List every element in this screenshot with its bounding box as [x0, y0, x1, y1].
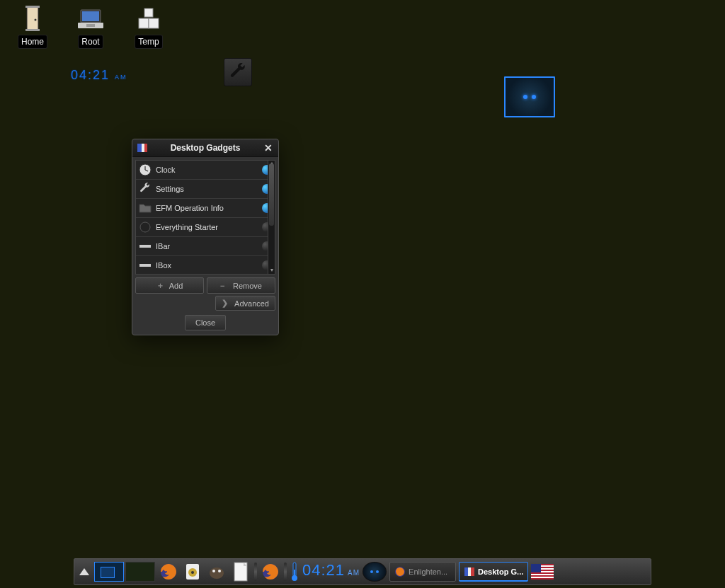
taskbar-thermometer-gadget[interactable] — [290, 561, 299, 582]
gadget-item-label: EFM Operation Info — [156, 204, 258, 212]
svg-rect-31 — [464, 567, 468, 576]
taskbar-task-enlightenment[interactable]: Enlighten... — [389, 562, 456, 582]
scroll-down-arrow[interactable]: ▾ — [268, 267, 275, 274]
taskbar-document-icon[interactable] — [230, 561, 251, 582]
svg-rect-8 — [144, 8, 153, 17]
svg-rect-38 — [531, 574, 554, 575]
taskbar-clock-time: 04:21 — [302, 561, 345, 580]
add-button[interactable]: ＋ Add — [135, 277, 204, 294]
desktop-icon-root[interactable]: Root — [62, 6, 119, 48]
advanced-button[interactable]: ❯ Advanced — [215, 296, 275, 311]
desktop-icon-label: Temp — [135, 35, 161, 48]
gadget-item-clock[interactable]: Clock — [136, 161, 275, 180]
taskbar-eyes-gadget[interactable] — [362, 562, 387, 582]
svg-point-22 — [210, 567, 224, 579]
desktop-settings-gadget[interactable] — [224, 58, 252, 86]
gadget-item-label: Settings — [156, 185, 258, 193]
app-icon — [464, 567, 475, 577]
svg-rect-40 — [531, 564, 541, 572]
taskbar-keyboard-layout-flag[interactable] — [531, 564, 554, 580]
svg-rect-0 — [27, 7, 38, 30]
dialog-title: Desktop Gadgets — [148, 143, 263, 153]
taskbar-clock-ampm: AM — [348, 569, 360, 577]
desktop-icon-label: Root — [79, 35, 102, 48]
close-button-label: Close — [195, 318, 215, 327]
svg-rect-13 — [144, 144, 147, 152]
svg-rect-33 — [471, 567, 474, 576]
minus-icon: − — [220, 282, 229, 290]
gadget-item-everything[interactable]: Everything Starter — [136, 218, 275, 237]
svg-rect-16 — [139, 245, 151, 248]
remove-button[interactable]: − Remove — [207, 277, 275, 294]
gadget-item-settings[interactable]: Settings — [136, 180, 275, 199]
chevron-right-icon: ❯ — [222, 299, 230, 308]
svg-rect-1 — [25, 6, 40, 8]
clock-icon — [139, 163, 152, 176]
gadget-item-ibar[interactable]: IBar — [136, 237, 275, 256]
svg-point-3 — [35, 19, 37, 21]
desktop-clock-gadget[interactable]: 04:21 AM — [71, 68, 127, 83]
bar-icon — [139, 259, 152, 272]
laptop-icon — [74, 6, 108, 33]
svg-rect-2 — [25, 29, 40, 31]
desktop-icon-temp[interactable]: Temp — [120, 6, 177, 48]
svg-rect-39 — [531, 577, 554, 578]
taskbar: 04:21 AM Enlighten... Desktop G... — [74, 558, 651, 585]
svg-rect-32 — [468, 567, 471, 576]
dialog-titlebar[interactable]: Desktop Gadgets ✕ — [132, 139, 278, 157]
clock-time: 04:21 — [71, 68, 110, 82]
start-button[interactable] — [77, 561, 91, 582]
taskbar-gimp-icon[interactable] — [206, 561, 227, 582]
plus-icon: ＋ — [156, 280, 165, 291]
taskbar-firefox-icon-2[interactable] — [260, 561, 281, 582]
taskbar-firefox-icon[interactable] — [158, 561, 179, 582]
window-app-icon — [137, 143, 148, 153]
close-button[interactable]: Close — [185, 315, 226, 330]
gadget-item-label: IBox — [156, 261, 258, 270]
svg-point-21 — [191, 571, 194, 574]
scroll-thumb[interactable] — [269, 163, 274, 226]
task-label: Desktop G... — [478, 567, 523, 576]
svg-rect-17 — [139, 264, 151, 267]
pager-desktop-2[interactable] — [125, 562, 155, 582]
folder-icon — [139, 202, 152, 214]
bar-icon — [139, 240, 152, 253]
dialog-close-x[interactable]: ✕ — [263, 142, 274, 154]
door-icon — [16, 6, 50, 33]
clock-ampm: AM — [115, 74, 127, 81]
circle-icon — [139, 221, 152, 234]
pager — [94, 561, 155, 582]
gadget-item-efm[interactable]: EFM Operation Info — [136, 199, 275, 218]
taskbar-speaker-icon[interactable] — [182, 561, 203, 582]
svg-rect-10 — [149, 18, 159, 28]
svg-point-24 — [218, 570, 221, 572]
taskbar-separator — [254, 563, 257, 581]
svg-rect-29 — [294, 570, 295, 578]
svg-rect-5 — [82, 11, 99, 21]
pager-desktop-1[interactable] — [94, 562, 124, 582]
boxes-icon — [132, 6, 166, 33]
svg-point-23 — [212, 570, 215, 572]
taskbar-task-desktop-gadgets[interactable]: Desktop G... — [459, 562, 528, 582]
svg-rect-12 — [142, 144, 144, 152]
app-icon — [394, 566, 406, 577]
svg-rect-7 — [86, 24, 95, 27]
gadget-item-ibox[interactable]: IBox — [136, 256, 275, 274]
wrench-icon — [229, 63, 247, 81]
remove-button-label: Remove — [233, 282, 262, 290]
gadget-item-label: IBar — [156, 242, 258, 250]
svg-point-15 — [140, 222, 150, 232]
list-scrollbar[interactable]: ▴ ▾ — [268, 161, 275, 274]
desktop-gadgets-dialog: Desktop Gadgets ✕ Clock Settings EFM Ope… — [132, 139, 279, 335]
wrench-icon — [139, 183, 152, 195]
desktop-icon-home[interactable]: Home — [4, 6, 61, 48]
advanced-button-label: Advanced — [234, 299, 269, 308]
add-button-label: Add — [169, 282, 183, 290]
taskbar-separator — [284, 563, 287, 581]
svg-rect-9 — [139, 18, 149, 28]
gadget-item-label: Everything Starter — [156, 223, 258, 231]
desktop-eyes-gadget-selected[interactable] — [504, 76, 555, 117]
task-label: Enlighten... — [409, 567, 447, 576]
gadget-list: Clock Settings EFM Operation Info Everyt… — [135, 160, 275, 275]
taskbar-clock-gadget[interactable]: 04:21 AM — [302, 561, 360, 582]
